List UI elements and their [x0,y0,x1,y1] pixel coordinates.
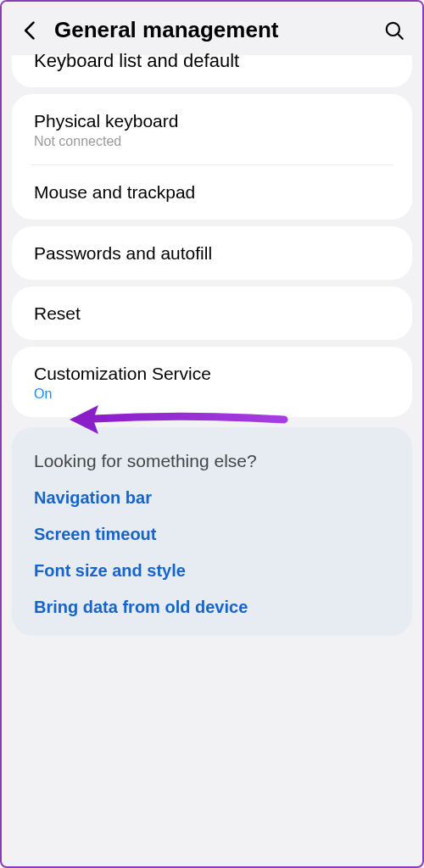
suggestion-link-bring-data[interactable]: Bring data from old device [34,598,390,617]
mouse-trackpad-row[interactable]: Mouse and trackpad [12,165,412,219]
passwords-autofill-row[interactable]: Passwords and autofill [12,226,412,280]
row-title: Mouse and trackpad [34,181,390,203]
suggestion-link-screen-timeout[interactable]: Screen timeout [34,525,390,544]
customization-card: Customization Service On [12,347,412,417]
row-title: Physical keyboard [34,109,390,132]
row-subtitle: Not connected [34,134,390,149]
customization-service-row[interactable]: Customization Service On [12,347,412,417]
row-subtitle: On [34,387,390,402]
suggestion-link-font-size[interactable]: Font size and style [34,561,390,581]
suggestion-link-navigation-bar[interactable]: Navigation bar [34,488,390,508]
header: General management [2,2,422,55]
input-devices-card: Physical keyboard Not connected Mouse an… [12,94,412,220]
reset-row[interactable]: Reset [12,287,412,340]
back-icon[interactable] [19,19,42,42]
suggestions-title: Looking for something else? [34,451,390,471]
reset-card: Reset [12,287,412,340]
physical-keyboard-row[interactable]: Physical keyboard Not connected [12,94,412,164]
row-title: Customization Service [34,362,390,385]
search-icon[interactable] [383,19,405,42]
row-title: Reset [34,302,390,325]
suggestions-card: Looking for something else? Navigation b… [12,427,412,636]
partial-card-top[interactable]: Keyboard list and default [12,55,412,87]
passwords-card: Passwords and autofill [12,226,412,280]
row-title: Passwords and autofill [34,242,390,264]
svg-line-1 [398,33,403,38]
keyboard-list-row: Keyboard list and default [34,50,390,72]
page-title: General management [54,17,383,43]
